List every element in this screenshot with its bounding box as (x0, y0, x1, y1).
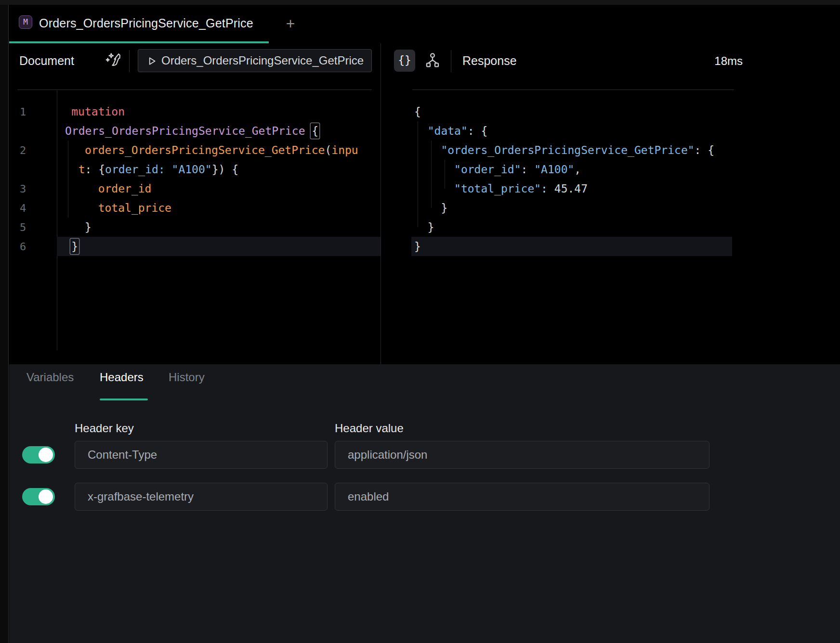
panel-header-border (17, 90, 372, 90)
code-token: total_price (71, 202, 171, 214)
code-token: { (311, 123, 319, 139)
code-token: : { (468, 125, 488, 137)
prettify-icon[interactable] (104, 51, 123, 70)
tab-history[interactable]: History (169, 371, 205, 384)
code-token: ( (325, 144, 331, 156)
code-token: : (521, 163, 535, 176)
code-line[interactable]: 4 total_price (65, 198, 381, 218)
gutter-border (57, 90, 57, 350)
run-operation-label: Orders_OrdersPricingService_GetPrice (161, 54, 364, 67)
code-token: : { (85, 163, 105, 176)
header-value-input[interactable] (335, 441, 709, 469)
code-line[interactable]: "total_price": 45.47 (414, 179, 732, 198)
line-number: 3 (20, 183, 26, 195)
header-key-label: Header key (75, 422, 134, 435)
code-line[interactable]: 5 } (65, 218, 381, 237)
tab-bar: M Orders_OrdersPricingService_GetPrice + (9, 5, 840, 43)
response-duration: 18ms (714, 54, 743, 68)
code-line[interactable]: t: {order_id: "A100"}) { (65, 160, 381, 179)
code-line[interactable]: 1mutation (65, 102, 381, 121)
document-editor[interactable]: 1mutationOrders_OrdersPricingService_Get… (9, 90, 381, 364)
code-token: : { (695, 144, 715, 156)
code-token: t (65, 163, 85, 176)
code-token: order_id: (105, 163, 165, 176)
code-line[interactable]: "orders_OrdersPricingService_GetPrice": … (414, 141, 732, 160)
code-line[interactable]: 6} (65, 237, 381, 256)
code-token: } (70, 239, 79, 254)
run-operation-button[interactable]: Orders_OrdersPricingService_GetPrice (138, 49, 372, 72)
code-token: Orders_OrdersPricingService_GetPrice (65, 125, 305, 137)
code-token: orders_OrdersPricingService_GetPrice (71, 144, 325, 156)
header-key-input[interactable] (75, 441, 328, 469)
header-row (9, 483, 840, 511)
code-token: "data" (414, 125, 468, 137)
header-divider (129, 50, 130, 72)
tab-variables[interactable]: Variables (26, 371, 74, 384)
code-line[interactable]: { (414, 102, 732, 121)
code-token: mutation (71, 105, 125, 118)
code-token: : (541, 182, 554, 195)
code-line[interactable]: 3 order_id (65, 179, 381, 198)
code-token: "total_price" (414, 182, 541, 195)
play-icon (149, 57, 156, 65)
code-line[interactable]: } (414, 198, 732, 218)
code-token: "order_id" (414, 163, 521, 176)
header-value-input[interactable] (335, 483, 709, 511)
code-token: order_id (71, 182, 151, 195)
header-divider (451, 50, 451, 72)
schema-tree-icon[interactable] (423, 51, 442, 70)
response-viewer[interactable]: { "data": { "orders_OrdersPricingService… (381, 90, 840, 364)
code-line[interactable]: Orders_OrdersPricingService_GetPrice { (65, 121, 381, 141)
toggle-knob (39, 448, 53, 462)
panel-header-border (412, 90, 734, 90)
mutation-badge: M (19, 15, 32, 29)
code-token: }) { (212, 163, 238, 176)
code-token: "A100" (172, 163, 212, 176)
header-row (9, 441, 840, 469)
response-panel-header: {} Response 18ms (381, 43, 840, 90)
code-token: 45.47 (554, 182, 588, 195)
line-number: 5 (20, 221, 26, 233)
window-top-strip (0, 0, 840, 5)
tab-title: Orders_OrdersPricingService_GetPrice (39, 16, 253, 30)
line-number: 1 (20, 106, 26, 118)
code-token: } (414, 202, 447, 214)
curly-braces-icon[interactable]: {} (394, 50, 415, 72)
response-panel-title: Response (462, 54, 517, 68)
code-token (165, 163, 172, 176)
code-token: } (414, 221, 434, 233)
code-line[interactable]: 2 orders_OrdersPricingService_GetPrice(i… (65, 141, 381, 160)
operation-tab[interactable]: M Orders_OrdersPricingService_GetPrice (9, 5, 269, 43)
window-left-rail (0, 5, 9, 643)
tab-headers[interactable]: Headers (100, 371, 144, 384)
line-number: 2 (20, 144, 26, 156)
line-number: 6 (20, 241, 26, 253)
app-window: M Orders_OrdersPricingService_GetPrice +… (0, 0, 840, 643)
line-number: 4 (20, 202, 26, 214)
code-token: { (414, 105, 421, 118)
code-token: } (71, 221, 92, 233)
toggle-knob (39, 489, 53, 504)
code-token: "orders_OrdersPricingService_GetPrice" (414, 144, 695, 156)
document-panel-title: Document (19, 54, 74, 68)
code-token: , (574, 163, 581, 176)
code-line[interactable]: } (414, 237, 732, 256)
header-value-label: Header value (335, 422, 404, 435)
code-line[interactable]: "data": { (414, 121, 732, 141)
new-tab-button[interactable]: + (280, 13, 301, 35)
bottom-panel: Variables Headers History Header key Hea… (9, 364, 840, 643)
code-token: inpu (331, 144, 358, 156)
header-key-input[interactable] (75, 483, 328, 511)
header-enabled-toggle[interactable] (22, 488, 55, 505)
header-enabled-toggle[interactable] (22, 446, 55, 463)
code-line[interactable]: } (414, 218, 732, 237)
document-panel-header: Document Orders_OrdersPricingService_Get… (9, 43, 381, 90)
code-token: } (414, 240, 421, 253)
code-token: "A100" (534, 163, 574, 176)
code-line[interactable]: "order_id": "A100", (414, 160, 732, 179)
active-tab-underline (100, 399, 148, 400)
